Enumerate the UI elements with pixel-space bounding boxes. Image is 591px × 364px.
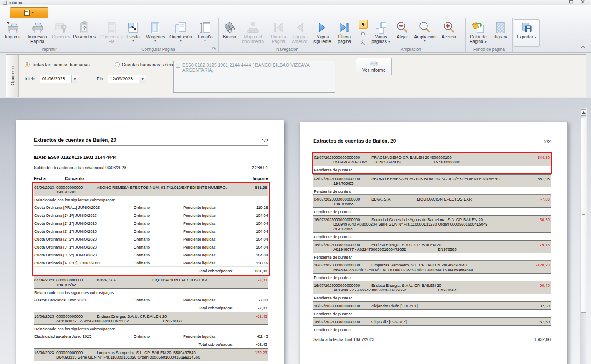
checkbox-icon[interactable] (176, 63, 180, 68)
varias-paginas-button[interactable]: Varias páginas▼ (369, 19, 393, 47)
escala-button[interactable]: Escala ▼ (123, 19, 143, 47)
fin-date-field[interactable]: 12/09/2023 ▼ (108, 75, 146, 83)
detail-amount: 104,04 (239, 253, 268, 257)
account-list-item[interactable]: ES50 0182 0125 1901 2144 4444 ( BANCO BI… (176, 63, 333, 73)
transaction-amount: 37,59 (521, 319, 550, 324)
collapse-ribbon-button[interactable] (580, 45, 586, 50)
options-tab[interactable]: Opciones (6, 55, 19, 97)
minimize-button[interactable] (557, 0, 562, 4)
transaction-text: Limpiezas Sampedro, S.L. CP. BAILEN 20 (371, 263, 446, 267)
total-amount: 881,98 (239, 269, 267, 273)
filigrana-button[interactable]: Filigrana (490, 19, 510, 47)
dialog-launcher-icon[interactable] (212, 46, 217, 51)
transaction-text: B589497840 (444, 263, 467, 267)
transaction-text: 194.705/83 (333, 201, 354, 206)
detail-status: Pendiente liquidac (183, 221, 239, 226)
transaction-text: 157100000000 (434, 160, 460, 164)
fin-date-dropdown[interactable]: ▼ (139, 75, 146, 83)
report-page-2[interactable]: Extractos de cuentas de Bailén, 202/201/… (300, 122, 568, 364)
transaction-line: A81948077 - A622478005601600472652EN9785… (333, 247, 520, 251)
ampliacion-button[interactable]: Ampliación ▼ (412, 19, 438, 47)
parametros-button[interactable]: ? Parámetros (72, 19, 97, 47)
impresion-rapida-button[interactable]: Impresión Rápida (25, 19, 51, 47)
transaction-amount: -90,49 (521, 283, 550, 288)
transaction-amount: 881,98 (239, 185, 267, 190)
quick-print-icon (31, 20, 44, 35)
pagina-siguiente-button[interactable]: Página siguiente (310, 19, 334, 47)
transaction-text: 000000000000 (333, 176, 360, 181)
transaction-text: B589497840 (173, 350, 196, 355)
radio-cuentas-seleccionadas[interactable] (115, 62, 120, 67)
previous-balance-row: Saldo del dia anterior a la fecha inicia… (34, 166, 268, 172)
total-row: Total cobros/pagos:-82,43 (34, 340, 268, 348)
detail-amount: -7,03 (239, 298, 268, 302)
transaction-text: BBVA, S.A. (371, 197, 391, 201)
opciones-button[interactable]: Opciones (50, 19, 72, 47)
note-row: Pendiente de puntear (313, 208, 551, 215)
scroll-up-button[interactable] (581, 109, 586, 116)
detail-concept: Cuota Ordinaria [2º 1ª] JUNIO/2023 (34, 229, 134, 233)
fin-label: Fin: (97, 76, 104, 81)
detail-row: Cuota Ordinaria [2º 2ª] JUNIO/2023Ordina… (34, 235, 268, 243)
detail-status: Pendiente liquidac (183, 213, 239, 218)
alejar-label: Alejar (397, 35, 408, 39)
transaction-text: EN978563 (438, 247, 457, 251)
mapa-documento-button[interactable]: Mapa del documento (240, 19, 266, 47)
transaction-line: 000000000000BBVA, S.A.LIQUIDACION EFECTO… (333, 197, 520, 201)
note-row: Pendiente de puntear (313, 326, 551, 333)
account-listbox[interactable]: ES50 0182 0125 1901 2144 4444 ( BANCO BI… (173, 61, 335, 93)
zoom-tool-button[interactable] (359, 38, 368, 47)
detail-status: Pendiente liquidac (183, 261, 239, 265)
pagina-anterior-button[interactable]: Página Anterior (289, 19, 310, 47)
transaction-text: B58959784 F/3352 (333, 160, 367, 164)
scrollbar-thumb[interactable] (581, 118, 586, 313)
ver-informe-button[interactable]: Ver informe (356, 58, 392, 75)
detail-amount: 104,04 (239, 221, 268, 226)
cabecera-pie-button[interactable]: Cabecera y Pie (100, 19, 123, 47)
margenes-button[interactable]: Márgenes ▼ (143, 19, 167, 47)
maximize-button[interactable] (569, 0, 573, 4)
radio-todas-cuentas[interactable] (25, 62, 30, 67)
acercar-button[interactable]: Acercar (438, 19, 460, 47)
detail-row: Cuota Ordinaria [PRAL.] JUNIO/2023Ordina… (34, 203, 268, 211)
options-icon (54, 20, 68, 35)
transaction-text: 000000000000 (333, 155, 360, 160)
color-pagina-button[interactable]: Color de Página▼ (467, 19, 490, 47)
report-page-1[interactable]: Extractos de cuentas de Bailén, 201/2IBA… (16, 120, 284, 364)
transaction-body: 000000000000Olga Olle [LOCAL2] (333, 319, 551, 324)
pointer-tool-button[interactable] (359, 20, 368, 29)
exportar-button[interactable]: Exportar▼ (514, 19, 540, 47)
transaction-row: 16/06/2023000000000000Limpiezas Sampedro… (34, 348, 268, 361)
imprimir-button[interactable]: ? Imprimir (1, 19, 25, 47)
transaction-text: 194.705/83 (56, 190, 76, 194)
close-button[interactable] (581, 0, 585, 4)
buscar-button[interactable]: Buscar (220, 19, 240, 47)
inicio-date-dropdown[interactable]: ▼ (71, 75, 78, 83)
ultima-pagina-button[interactable]: Última página (334, 19, 355, 47)
primera-pagina-button[interactable]: Primera Página (268, 19, 289, 47)
transaction-text: PRAGMA DEMO CP. BAILEN 20 (371, 155, 429, 160)
header-importe: Importe (239, 176, 268, 181)
group-label-ampliacion: Ampliación (356, 47, 465, 52)
transaction-amount: -82,43 (239, 314, 267, 319)
transaction-text: ABONO REMESA EFECTOS NUM: 93.742.012/EXP… (97, 185, 227, 190)
header-footer-icon (105, 20, 118, 35)
orientacion-button[interactable]: Orientación ▼ (167, 19, 194, 47)
transaction-text: 000000000000 (333, 197, 360, 201)
app-menu-button[interactable]: ▼ (10, 7, 48, 18)
document-map-icon (246, 20, 260, 35)
detail-kind: Ordinario (134, 229, 183, 233)
buscar-label: Buscar (223, 35, 237, 39)
transaction-amount: -7,03 (521, 197, 550, 201)
alejar-button[interactable]: Alejar (393, 19, 412, 47)
transaction-body: 000000000000PRAGMA DEMO CP. BAILEN 20430… (333, 155, 551, 164)
inicio-date-field[interactable]: 01/06/2023 ▼ (40, 75, 78, 83)
hand-tool-button[interactable] (359, 29, 368, 38)
transaction-line: 194.705/83 (56, 282, 238, 287)
detail-row: Cuota Ordinaria [3º 1ª] JUNIO/2023Ordina… (34, 243, 268, 251)
tamano-button[interactable]: Tamaño ▼ (194, 19, 216, 47)
mapa-documento-label: Mapa del documento (240, 35, 265, 44)
vertical-scrollbar[interactable] (580, 108, 587, 364)
multiple-pages-icon (374, 20, 388, 35)
chevron-down-icon: ▼ (179, 39, 182, 43)
